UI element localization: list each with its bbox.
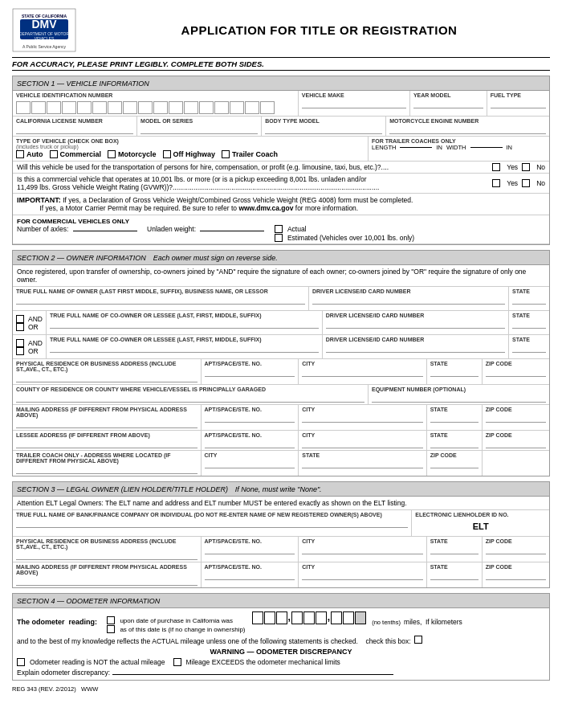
odo-d1[interactable] xyxy=(252,611,263,624)
vin-box[interactable] xyxy=(260,101,275,114)
fuel-label: FUEL TYPE xyxy=(491,92,546,98)
commercial-yes-checkbox[interactable] xyxy=(492,179,500,187)
motorcycle-checkbox[interactable] xyxy=(108,150,116,158)
coowner2-state-label: STATE xyxy=(512,337,546,342)
vin-box[interactable] xyxy=(245,101,259,114)
explain-value[interactable] xyxy=(112,674,393,675)
trailer-zip-value[interactable] xyxy=(430,459,479,468)
vin-box[interactable] xyxy=(214,101,229,114)
mailing-value[interactable] xyxy=(16,419,198,428)
and1-checkbox[interactable] xyxy=(16,315,24,323)
odo-d6[interactable] xyxy=(316,611,327,624)
lessee-zip-value[interactable] xyxy=(486,439,546,448)
odo-nochange-checkbox[interactable] xyxy=(107,625,115,633)
engine-value[interactable] xyxy=(389,125,546,134)
vin-box[interactable] xyxy=(230,101,244,114)
year-value[interactable] xyxy=(413,99,483,108)
owner-state-value[interactable] xyxy=(512,295,546,305)
trailer-city-value[interactable] xyxy=(205,459,295,468)
vin-box[interactable] xyxy=(16,101,31,114)
vin-box[interactable] xyxy=(92,101,107,114)
vin-box[interactable] xyxy=(31,101,46,114)
vin-box[interactable] xyxy=(62,101,76,114)
commercial-checkbox[interactable] xyxy=(50,150,58,158)
owner-license-value[interactable] xyxy=(312,295,505,305)
coowner1-license-value[interactable] xyxy=(326,319,505,329)
trailer-checkbox[interactable] xyxy=(222,150,230,158)
actual-checkbox[interactable] xyxy=(275,225,283,233)
lessee-apt-value[interactable] xyxy=(205,439,295,448)
apt-value[interactable] xyxy=(205,367,295,377)
coowner2-value[interactable] xyxy=(50,343,319,353)
bank-value[interactable] xyxy=(16,518,408,528)
coowner2-license-value[interactable] xyxy=(326,343,505,353)
make-value[interactable] xyxy=(302,99,406,108)
owner-value[interactable] xyxy=(16,295,305,305)
disc1-checkbox[interactable] xyxy=(17,658,25,666)
s3-apt-value[interactable] xyxy=(205,545,295,554)
vin-box[interactable] xyxy=(138,101,153,114)
trailer-state-value[interactable] xyxy=(302,459,422,468)
unladen-value[interactable] xyxy=(200,231,264,231)
disc2-checkbox[interactable] xyxy=(173,658,181,666)
s3-mail-city-value[interactable] xyxy=(302,571,422,580)
s3-phys-value[interactable] xyxy=(16,550,198,560)
coowner1-value[interactable] xyxy=(50,319,319,329)
vin-box[interactable] xyxy=(153,101,168,114)
mailing-apt-value[interactable] xyxy=(205,413,295,423)
estimated-checkbox[interactable] xyxy=(275,234,283,242)
vin-box[interactable] xyxy=(123,101,137,114)
axles-value[interactable] xyxy=(73,231,137,231)
trailer-addr-value[interactable] xyxy=(16,464,198,474)
hire-yes-checkbox[interactable] xyxy=(492,163,500,171)
mailing-zip-value[interactable] xyxy=(486,413,546,423)
s3-mail-value[interactable] xyxy=(16,576,198,586)
odo-d4[interactable] xyxy=(291,611,303,624)
coowner2-state-value[interactable] xyxy=(512,343,546,353)
s3-state-value[interactable] xyxy=(430,545,479,554)
commercial-no-checkbox[interactable] xyxy=(522,179,530,187)
s3-mail-apt-value[interactable] xyxy=(205,571,295,580)
s3-mail-state-value[interactable] xyxy=(430,571,479,580)
vin-box[interactable] xyxy=(169,101,183,114)
model-value[interactable] xyxy=(140,125,258,134)
s3-city-value[interactable] xyxy=(302,545,422,554)
mailing-state-value[interactable] xyxy=(430,413,479,423)
odo-km-checkbox[interactable] xyxy=(414,636,422,644)
auto-checkbox[interactable] xyxy=(16,150,24,158)
or1-checkbox[interactable] xyxy=(16,323,24,331)
city-value[interactable] xyxy=(302,367,422,377)
odo-d9[interactable] xyxy=(355,611,366,624)
and2-checkbox[interactable] xyxy=(16,339,24,347)
county-value[interactable] xyxy=(16,393,364,403)
mailing-city-value[interactable] xyxy=(302,413,422,423)
lessee-value[interactable] xyxy=(16,439,198,448)
vin-box[interactable] xyxy=(77,101,92,114)
state-col-value[interactable] xyxy=(430,367,479,377)
odo-purchase-checkbox[interactable] xyxy=(107,616,115,624)
license-value[interactable] xyxy=(16,125,133,134)
zip-value[interactable] xyxy=(486,367,546,377)
offhighway-checkbox[interactable] xyxy=(163,150,171,158)
lessee-city-value[interactable] xyxy=(302,439,422,448)
s3-zip-value[interactable] xyxy=(486,545,546,554)
fuel-value[interactable] xyxy=(491,99,546,108)
equip-value[interactable] xyxy=(372,393,546,403)
odo-d7[interactable] xyxy=(331,611,342,624)
phys-addr-value[interactable] xyxy=(16,373,198,382)
body-value[interactable] xyxy=(265,125,382,134)
odo-d3[interactable] xyxy=(276,611,287,624)
vin-box[interactable] xyxy=(199,101,214,114)
hire-no-checkbox[interactable] xyxy=(522,163,530,171)
odo-d5[interactable] xyxy=(303,611,315,624)
vin-box[interactable] xyxy=(184,101,198,114)
coowner1-state-value[interactable] xyxy=(512,319,546,329)
odo-d2[interactable] xyxy=(264,611,275,624)
vin-box[interactable] xyxy=(108,101,122,114)
vin-box[interactable] xyxy=(47,101,61,114)
s3-mail-zip-value[interactable] xyxy=(486,571,546,580)
or2-checkbox[interactable] xyxy=(16,347,24,355)
owner-license-label: DRIVER LICENSE/ID CARD NUMBER xyxy=(312,288,505,294)
lessee-state-value[interactable] xyxy=(430,439,479,448)
odo-d8[interactable] xyxy=(343,611,354,624)
